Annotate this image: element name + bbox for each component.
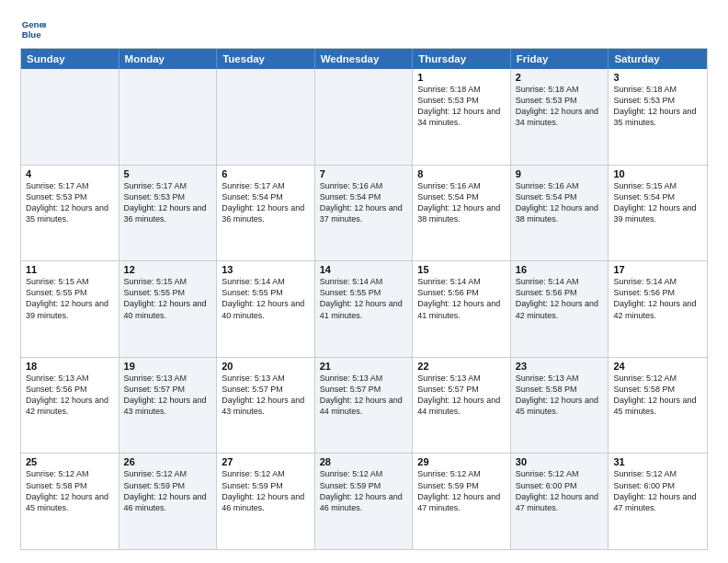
cell-info: Sunrise: 5:12 AM Sunset: 6:00 PM Dayligh…	[516, 468, 604, 513]
header-day-monday: Monday	[119, 49, 218, 69]
day-number: 15	[417, 264, 506, 275]
day-number: 1	[417, 72, 506, 83]
day-number: 13	[222, 264, 310, 275]
calendar-cell-9: 9Sunrise: 5:16 AM Sunset: 5:54 PM Daylig…	[511, 166, 609, 261]
header-day-thursday: Thursday	[413, 49, 511, 69]
cell-info: Sunrise: 5:18 AM Sunset: 5:53 PM Dayligh…	[613, 84, 702, 129]
cell-info: Sunrise: 5:12 AM Sunset: 5:59 PM Dayligh…	[320, 468, 408, 513]
day-number: 19	[124, 361, 212, 372]
day-number: 20	[222, 361, 310, 372]
calendar-body: 1Sunrise: 5:18 AM Sunset: 5:53 PM Daylig…	[21, 69, 707, 549]
page: General Blue SundayMondayTuesdayWednesda…	[0, 0, 728, 563]
svg-text:Blue: Blue	[22, 29, 41, 40]
calendar-cell-empty-0-0	[21, 69, 119, 165]
day-number: 30	[516, 456, 604, 467]
calendar-cell-10: 10Sunrise: 5:15 AM Sunset: 5:54 PM Dayli…	[609, 166, 707, 261]
day-number: 2	[516, 72, 604, 83]
day-number: 22	[417, 361, 506, 372]
cell-info: Sunrise: 5:13 AM Sunset: 5:57 PM Dayligh…	[320, 373, 408, 418]
day-number: 9	[516, 168, 604, 179]
calendar-cell-empty-0-2	[217, 69, 315, 165]
calendar-cell-31: 31Sunrise: 5:12 AM Sunset: 6:00 PM Dayli…	[609, 454, 707, 549]
day-number: 26	[124, 456, 212, 467]
calendar-cell-22: 22Sunrise: 5:13 AM Sunset: 5:57 PM Dayli…	[413, 358, 511, 454]
cell-info: Sunrise: 5:12 AM Sunset: 5:58 PM Dayligh…	[26, 468, 114, 513]
cell-info: Sunrise: 5:16 AM Sunset: 5:54 PM Dayligh…	[417, 180, 506, 225]
day-number: 8	[417, 168, 506, 179]
header-day-tuesday: Tuesday	[217, 49, 315, 69]
calendar-cell-5: 5Sunrise: 5:17 AM Sunset: 5:53 PM Daylig…	[119, 166, 218, 261]
header-day-sunday: Sunday	[21, 49, 119, 69]
calendar-cell-7: 7Sunrise: 5:16 AM Sunset: 5:54 PM Daylig…	[315, 166, 414, 261]
day-number: 23	[516, 361, 604, 372]
day-number: 31	[613, 456, 702, 467]
calendar-cell-19: 19Sunrise: 5:13 AM Sunset: 5:57 PM Dayli…	[119, 358, 218, 454]
header-day-wednesday: Wednesday	[315, 49, 414, 69]
calendar-cell-13: 13Sunrise: 5:14 AM Sunset: 5:55 PM Dayli…	[217, 261, 315, 357]
cell-info: Sunrise: 5:12 AM Sunset: 5:58 PM Dayligh…	[613, 373, 702, 418]
cell-info: Sunrise: 5:15 AM Sunset: 5:55 PM Dayligh…	[124, 276, 212, 321]
cell-info: Sunrise: 5:13 AM Sunset: 5:58 PM Dayligh…	[516, 373, 604, 418]
calendar-cell-24: 24Sunrise: 5:12 AM Sunset: 5:58 PM Dayli…	[609, 358, 707, 454]
calendar-cell-26: 26Sunrise: 5:12 AM Sunset: 5:59 PM Dayli…	[119, 454, 218, 549]
week-row-4: 18Sunrise: 5:13 AM Sunset: 5:56 PM Dayli…	[21, 358, 707, 454]
week-row-5: 25Sunrise: 5:12 AM Sunset: 5:58 PM Dayli…	[21, 454, 707, 549]
day-number: 27	[222, 456, 310, 467]
calendar: SundayMondayTuesdayWednesdayThursdayFrid…	[20, 48, 708, 550]
cell-info: Sunrise: 5:12 AM Sunset: 5:59 PM Dayligh…	[124, 468, 212, 513]
logo-icon: General Blue	[20, 17, 46, 42]
calendar-cell-29: 29Sunrise: 5:12 AM Sunset: 5:59 PM Dayli…	[413, 454, 511, 549]
day-number: 29	[417, 456, 506, 467]
cell-info: Sunrise: 5:17 AM Sunset: 5:53 PM Dayligh…	[124, 180, 212, 225]
cell-info: Sunrise: 5:15 AM Sunset: 5:55 PM Dayligh…	[26, 276, 114, 321]
cell-info: Sunrise: 5:12 AM Sunset: 5:59 PM Dayligh…	[222, 468, 310, 513]
week-row-2: 4Sunrise: 5:17 AM Sunset: 5:53 PM Daylig…	[21, 166, 707, 262]
header: General Blue	[20, 17, 708, 42]
calendar-cell-20: 20Sunrise: 5:13 AM Sunset: 5:57 PM Dayli…	[217, 358, 315, 454]
cell-info: Sunrise: 5:14 AM Sunset: 5:56 PM Dayligh…	[613, 276, 702, 321]
day-number: 3	[613, 72, 702, 83]
calendar-cell-30: 30Sunrise: 5:12 AM Sunset: 6:00 PM Dayli…	[511, 454, 609, 549]
cell-info: Sunrise: 5:13 AM Sunset: 5:56 PM Dayligh…	[26, 373, 114, 418]
cell-info: Sunrise: 5:16 AM Sunset: 5:54 PM Dayligh…	[516, 180, 604, 225]
calendar-cell-1: 1Sunrise: 5:18 AM Sunset: 5:53 PM Daylig…	[413, 69, 511, 165]
day-number: 10	[613, 168, 702, 179]
calendar-cell-11: 11Sunrise: 5:15 AM Sunset: 5:55 PM Dayli…	[21, 261, 119, 357]
cell-info: Sunrise: 5:14 AM Sunset: 5:56 PM Dayligh…	[417, 276, 506, 321]
calendar-cell-4: 4Sunrise: 5:17 AM Sunset: 5:53 PM Daylig…	[21, 166, 119, 261]
calendar-cell-17: 17Sunrise: 5:14 AM Sunset: 5:56 PM Dayli…	[609, 261, 707, 357]
day-number: 11	[26, 264, 114, 275]
calendar-cell-25: 25Sunrise: 5:12 AM Sunset: 5:58 PM Dayli…	[21, 454, 119, 549]
cell-info: Sunrise: 5:17 AM Sunset: 5:54 PM Dayligh…	[222, 180, 310, 225]
calendar-cell-8: 8Sunrise: 5:16 AM Sunset: 5:54 PM Daylig…	[413, 166, 511, 261]
day-number: 18	[26, 361, 114, 372]
cell-info: Sunrise: 5:14 AM Sunset: 5:55 PM Dayligh…	[222, 276, 310, 321]
header-day-friday: Friday	[511, 49, 609, 69]
calendar-cell-14: 14Sunrise: 5:14 AM Sunset: 5:55 PM Dayli…	[315, 261, 414, 357]
day-number: 24	[613, 361, 702, 372]
day-number: 6	[222, 168, 310, 179]
day-number: 14	[320, 264, 408, 275]
calendar-cell-16: 16Sunrise: 5:14 AM Sunset: 5:56 PM Dayli…	[511, 261, 609, 357]
calendar-cell-23: 23Sunrise: 5:13 AM Sunset: 5:58 PM Dayli…	[511, 358, 609, 454]
cell-info: Sunrise: 5:13 AM Sunset: 5:57 PM Dayligh…	[417, 373, 506, 418]
cell-info: Sunrise: 5:13 AM Sunset: 5:57 PM Dayligh…	[222, 373, 310, 418]
day-number: 4	[26, 168, 114, 179]
week-row-1: 1Sunrise: 5:18 AM Sunset: 5:53 PM Daylig…	[21, 69, 707, 166]
cell-info: Sunrise: 5:12 AM Sunset: 5:59 PM Dayligh…	[417, 468, 506, 513]
cell-info: Sunrise: 5:15 AM Sunset: 5:54 PM Dayligh…	[613, 180, 702, 225]
cell-info: Sunrise: 5:18 AM Sunset: 5:53 PM Dayligh…	[516, 84, 604, 129]
cell-info: Sunrise: 5:14 AM Sunset: 5:56 PM Dayligh…	[516, 276, 604, 321]
calendar-cell-21: 21Sunrise: 5:13 AM Sunset: 5:57 PM Dayli…	[315, 358, 414, 454]
calendar-header: SundayMondayTuesdayWednesdayThursdayFrid…	[21, 49, 707, 69]
cell-info: Sunrise: 5:16 AM Sunset: 5:54 PM Dayligh…	[320, 180, 408, 225]
day-number: 12	[124, 264, 212, 275]
calendar-cell-3: 3Sunrise: 5:18 AM Sunset: 5:53 PM Daylig…	[609, 69, 707, 165]
calendar-cell-empty-0-1	[119, 69, 218, 165]
day-number: 16	[516, 264, 604, 275]
header-day-saturday: Saturday	[609, 49, 707, 69]
calendar-cell-28: 28Sunrise: 5:12 AM Sunset: 5:59 PM Dayli…	[315, 454, 414, 549]
day-number: 21	[320, 361, 408, 372]
day-number: 28	[320, 456, 408, 467]
calendar-cell-6: 6Sunrise: 5:17 AM Sunset: 5:54 PM Daylig…	[217, 166, 315, 261]
